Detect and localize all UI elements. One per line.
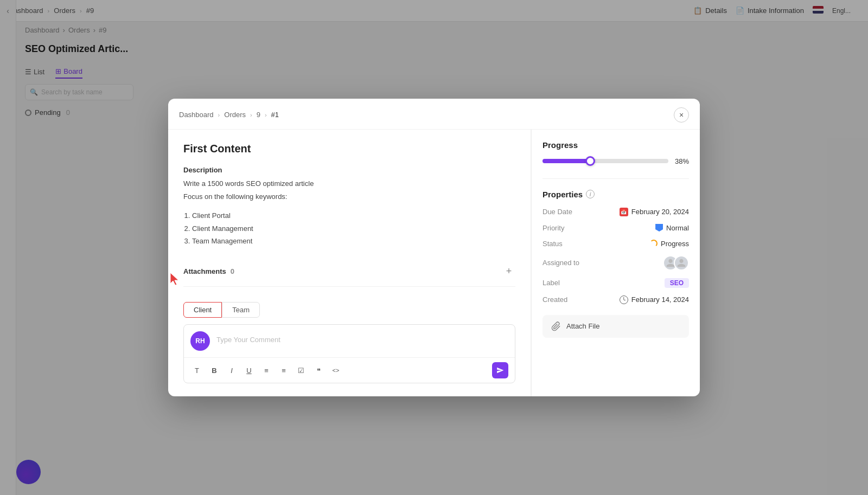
created-row: Created February 14, 2024 bbox=[542, 295, 689, 304]
modal-left-panel: First Content Description Write a 1500 w… bbox=[168, 130, 531, 397]
calendar-icon: 📅 bbox=[620, 208, 628, 216]
due-date-row: Due Date 📅 February 20, 2024 bbox=[542, 208, 689, 216]
attachments-count: 0 bbox=[231, 267, 234, 275]
comment-input-area: RH Type Your Comment bbox=[184, 325, 515, 357]
status-icon bbox=[650, 240, 658, 247]
modal-breadcrumb-1[interactable]: #1 bbox=[271, 111, 279, 119]
keyword-1: Client Portal bbox=[192, 209, 515, 222]
comment-section: Client Team RH Type Your Comment T B bbox=[183, 302, 515, 383]
attach-file-button[interactable]: Attach File bbox=[542, 315, 689, 338]
modal-breadcrumb-dashboard[interactable]: Dashboard bbox=[179, 111, 214, 119]
priority-label: Priority bbox=[542, 224, 564, 232]
progress-track[interactable] bbox=[542, 159, 668, 163]
status-label: Status bbox=[542, 240, 563, 248]
progress-percent: 38% bbox=[675, 157, 689, 165]
assigned-label: Assigned to bbox=[542, 259, 579, 267]
toolbar-bold-icon[interactable]: B bbox=[208, 364, 221, 377]
progress-fill bbox=[542, 159, 590, 163]
comment-tabs: Client Team bbox=[183, 302, 515, 318]
comment-tab-client[interactable]: Client bbox=[183, 302, 222, 318]
assigned-row: Assigned to bbox=[542, 255, 689, 271]
modal-breadcrumb-orders[interactable]: Orders bbox=[224, 111, 246, 119]
priority-value[interactable]: Normal bbox=[655, 224, 689, 232]
task-title: First Content bbox=[183, 143, 515, 155]
send-comment-button[interactable] bbox=[492, 362, 508, 378]
progress-thumb bbox=[585, 156, 595, 166]
attachments-label: Attachments 0 bbox=[183, 267, 234, 275]
add-attachment-button[interactable]: + bbox=[502, 265, 515, 278]
comment-toolbar: T B I U ≡ ≡ ☑ ❝ <> bbox=[184, 357, 515, 383]
toolbar-text-icon[interactable]: T bbox=[190, 364, 203, 377]
keywords-list: Client Portal Client Management Team Man… bbox=[192, 209, 515, 247]
seo-badge: SEO bbox=[665, 278, 689, 288]
attachments-row: Attachments 0 + bbox=[183, 265, 515, 287]
due-date-label: Due Date bbox=[542, 208, 572, 216]
properties-title: Properties i bbox=[542, 190, 689, 199]
status-value[interactable]: Progress bbox=[650, 240, 689, 248]
properties-info-icon: i bbox=[586, 190, 595, 198]
comment-tab-team[interactable]: Team bbox=[222, 302, 260, 318]
modal-header: Dashboard › Orders › 9 › #1 × bbox=[168, 99, 700, 130]
toolbar-ol-icon[interactable]: ≡ bbox=[260, 364, 273, 377]
priority-row: Priority Normal bbox=[542, 224, 689, 232]
properties-section: Properties i Due Date 📅 February 20, 202… bbox=[542, 178, 689, 304]
progress-section: Progress 38% bbox=[542, 140, 689, 165]
toolbar-code-icon[interactable]: <> bbox=[329, 364, 342, 377]
description-line-1: Write a 1500 words SEO optimized article bbox=[183, 178, 515, 190]
modal-overlay: Dashboard › Orders › 9 › #1 × First Cont… bbox=[0, 0, 868, 495]
keyword-2: Client Management bbox=[192, 222, 515, 235]
task-modal: Dashboard › Orders › 9 › #1 × First Cont… bbox=[168, 99, 700, 397]
label-label: Label bbox=[542, 279, 560, 287]
modal-breadcrumb: Dashboard › Orders › 9 › #1 bbox=[179, 111, 279, 119]
toolbar-underline-icon[interactable]: U bbox=[242, 364, 256, 377]
priority-icon bbox=[655, 224, 663, 232]
label-value[interactable]: SEO bbox=[665, 278, 689, 288]
description-line-2: Focus on the following keywords: bbox=[183, 191, 515, 203]
modal-close-button[interactable]: × bbox=[674, 107, 689, 123]
comment-input[interactable]: Type Your Comment bbox=[216, 331, 508, 351]
assigned-avatars[interactable] bbox=[663, 255, 689, 271]
label-row: Label SEO bbox=[542, 278, 689, 288]
created-value: February 14, 2024 bbox=[620, 295, 689, 304]
status-row: Status Progress bbox=[542, 240, 689, 248]
modal-breadcrumb-9[interactable]: 9 bbox=[257, 111, 260, 119]
user-avatar: RH bbox=[190, 331, 210, 351]
clock-icon bbox=[620, 295, 628, 304]
due-date-value[interactable]: 📅 February 20, 2024 bbox=[620, 208, 689, 216]
created-label: Created bbox=[542, 295, 567, 304]
toolbar-icons: T B I U ≡ ≡ ☑ ❝ <> bbox=[190, 364, 342, 377]
progress-title: Progress bbox=[542, 140, 689, 150]
assignee-avatar-2 bbox=[674, 255, 689, 271]
modal-right-panel: Progress 38% Properties i bbox=[532, 130, 700, 397]
progress-bar-container: 38% bbox=[542, 157, 689, 165]
toolbar-italic-icon[interactable]: I bbox=[225, 364, 238, 377]
toolbar-check-icon[interactable]: ☑ bbox=[295, 364, 308, 377]
keyword-3: Team Management bbox=[192, 235, 515, 247]
comment-box: RH Type Your Comment T B I U ≡ ≡ bbox=[183, 324, 515, 383]
description-label: Description bbox=[183, 166, 515, 174]
toolbar-quote-icon[interactable]: ❝ bbox=[312, 364, 325, 377]
toolbar-ul-icon[interactable]: ≡ bbox=[277, 364, 290, 377]
modal-body: First Content Description Write a 1500 w… bbox=[168, 130, 700, 397]
attach-file-icon bbox=[551, 322, 561, 331]
